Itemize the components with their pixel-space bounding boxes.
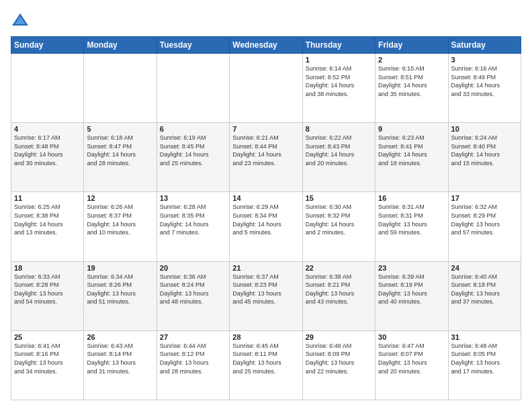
day-cell: 21Sunrise: 6:37 AM Sunset: 8:23 PM Dayli… (230, 261, 302, 330)
weekday-row: SundayMondayTuesdayWednesdayThursdayFrid… (11, 37, 521, 54)
day-info: Sunrise: 6:25 AM Sunset: 8:38 PM Dayligh… (14, 203, 81, 236)
day-number: 5 (87, 125, 153, 133)
day-info: Sunrise: 6:41 AM Sunset: 8:16 PM Dayligh… (14, 342, 81, 375)
day-number: 21 (232, 264, 299, 272)
day-cell (11, 54, 84, 123)
day-info: Sunrise: 6:15 AM Sunset: 8:51 PM Dayligh… (378, 64, 445, 98)
day-info: Sunrise: 6:21 AM Sunset: 8:44 PM Dayligh… (232, 134, 299, 167)
day-number: 4 (14, 125, 81, 133)
day-number: 24 (451, 264, 518, 272)
week-row-5: 25Sunrise: 6:41 AM Sunset: 8:16 PM Dayli… (11, 330, 521, 400)
day-info: Sunrise: 6:30 AM Sunset: 8:32 PM Dayligh… (306, 203, 372, 236)
day-cell: 27Sunrise: 6:44 AM Sunset: 8:12 PM Dayli… (157, 330, 229, 400)
calendar-header: SundayMondayTuesdayWednesdayThursdayFrid… (11, 37, 521, 54)
day-info: Sunrise: 6:14 AM Sunset: 8:52 PM Dayligh… (306, 64, 372, 98)
day-info: Sunrise: 6:26 AM Sunset: 8:37 PM Dayligh… (87, 203, 153, 236)
day-info: Sunrise: 6:17 AM Sunset: 8:48 PM Dayligh… (14, 134, 81, 167)
day-cell: 12Sunrise: 6:26 AM Sunset: 8:37 PM Dayli… (84, 192, 157, 261)
day-number: 22 (306, 264, 372, 272)
day-info: Sunrise: 6:47 AM Sunset: 8:07 PM Dayligh… (378, 342, 445, 375)
day-number: 17 (451, 194, 518, 202)
day-info: Sunrise: 6:36 AM Sunset: 8:24 PM Dayligh… (160, 273, 226, 306)
day-cell: 11Sunrise: 6:25 AM Sunset: 8:38 PM Dayli… (11, 192, 84, 261)
day-cell: 6Sunrise: 6:19 AM Sunset: 8:45 PM Daylig… (157, 123, 229, 192)
weekday-header-tuesday: Tuesday (157, 37, 229, 54)
calendar-table: SundayMondayTuesdayWednesdayThursdayFrid… (11, 36, 521, 400)
day-cell: 3Sunrise: 6:16 AM Sunset: 8:49 PM Daylig… (448, 54, 521, 123)
day-cell: 28Sunrise: 6:45 AM Sunset: 8:11 PM Dayli… (230, 330, 302, 400)
day-cell: 17Sunrise: 6:32 AM Sunset: 8:29 PM Dayli… (448, 192, 521, 261)
logo-icon (11, 11, 30, 30)
day-number: 29 (306, 333, 372, 341)
day-cell: 22Sunrise: 6:38 AM Sunset: 8:21 PM Dayli… (302, 261, 375, 330)
day-info: Sunrise: 6:29 AM Sunset: 8:34 PM Dayligh… (232, 203, 299, 236)
day-number: 11 (14, 194, 81, 202)
day-info: Sunrise: 6:44 AM Sunset: 8:12 PM Dayligh… (160, 342, 226, 375)
week-row-3: 11Sunrise: 6:25 AM Sunset: 8:38 PM Dayli… (11, 192, 521, 261)
day-cell (157, 54, 229, 123)
day-info: Sunrise: 6:43 AM Sunset: 8:14 PM Dayligh… (87, 342, 153, 375)
day-cell: 31Sunrise: 6:48 AM Sunset: 8:05 PM Dayli… (448, 330, 521, 400)
week-row-2: 4Sunrise: 6:17 AM Sunset: 8:48 PM Daylig… (11, 123, 521, 192)
day-cell: 13Sunrise: 6:28 AM Sunset: 8:35 PM Dayli… (157, 192, 229, 261)
day-cell: 14Sunrise: 6:29 AM Sunset: 8:34 PM Dayli… (230, 192, 302, 261)
day-info: Sunrise: 6:39 AM Sunset: 8:19 PM Dayligh… (378, 273, 445, 306)
weekday-header-monday: Monday (84, 37, 157, 54)
weekday-header-wednesday: Wednesday (230, 37, 302, 54)
day-cell: 4Sunrise: 6:17 AM Sunset: 8:48 PM Daylig… (11, 123, 84, 192)
day-info: Sunrise: 6:28 AM Sunset: 8:35 PM Dayligh… (160, 203, 226, 236)
day-number: 18 (14, 264, 81, 272)
day-cell: 8Sunrise: 6:22 AM Sunset: 8:43 PM Daylig… (302, 123, 375, 192)
logo (11, 11, 32, 30)
day-info: Sunrise: 6:22 AM Sunset: 8:43 PM Dayligh… (306, 134, 372, 167)
day-cell: 9Sunrise: 6:23 AM Sunset: 8:41 PM Daylig… (375, 123, 448, 192)
day-number: 1 (306, 56, 372, 64)
day-number: 27 (160, 333, 226, 341)
day-info: Sunrise: 6:38 AM Sunset: 8:21 PM Dayligh… (306, 273, 372, 306)
calendar-body: 1Sunrise: 6:14 AM Sunset: 8:52 PM Daylig… (11, 54, 521, 400)
day-number: 28 (232, 333, 299, 341)
day-number: 9 (378, 125, 445, 133)
day-info: Sunrise: 6:16 AM Sunset: 8:49 PM Dayligh… (451, 64, 518, 98)
day-cell: 2Sunrise: 6:15 AM Sunset: 8:51 PM Daylig… (375, 54, 448, 123)
day-cell: 7Sunrise: 6:21 AM Sunset: 8:44 PM Daylig… (230, 123, 302, 192)
day-number: 6 (160, 125, 226, 133)
day-cell: 20Sunrise: 6:36 AM Sunset: 8:24 PM Dayli… (157, 261, 229, 330)
day-number: 25 (14, 333, 81, 341)
day-cell (230, 54, 302, 123)
day-cell: 10Sunrise: 6:24 AM Sunset: 8:40 PM Dayli… (448, 123, 521, 192)
day-number: 16 (378, 194, 445, 202)
day-info: Sunrise: 6:31 AM Sunset: 8:31 PM Dayligh… (378, 203, 445, 236)
day-number: 10 (451, 125, 518, 133)
day-info: Sunrise: 6:23 AM Sunset: 8:41 PM Dayligh… (378, 134, 445, 167)
day-cell: 15Sunrise: 6:30 AM Sunset: 8:32 PM Dayli… (302, 192, 375, 261)
day-info: Sunrise: 6:34 AM Sunset: 8:26 PM Dayligh… (87, 273, 153, 306)
header (11, 11, 521, 30)
day-info: Sunrise: 6:40 AM Sunset: 8:18 PM Dayligh… (451, 273, 518, 306)
day-cell: 18Sunrise: 6:33 AM Sunset: 8:28 PM Dayli… (11, 261, 84, 330)
day-number: 12 (87, 194, 153, 202)
day-cell: 1Sunrise: 6:14 AM Sunset: 8:52 PM Daylig… (302, 54, 375, 123)
day-number: 7 (232, 125, 299, 133)
day-cell: 26Sunrise: 6:43 AM Sunset: 8:14 PM Dayli… (84, 330, 157, 400)
day-cell: 24Sunrise: 6:40 AM Sunset: 8:18 PM Dayli… (448, 261, 521, 330)
day-info: Sunrise: 6:48 AM Sunset: 8:05 PM Dayligh… (451, 342, 518, 375)
day-cell (84, 54, 157, 123)
page: SundayMondayTuesdayWednesdayThursdayFrid… (0, 0, 532, 411)
week-row-4: 18Sunrise: 6:33 AM Sunset: 8:28 PM Dayli… (11, 261, 521, 330)
day-info: Sunrise: 6:45 AM Sunset: 8:11 PM Dayligh… (232, 342, 299, 375)
day-cell: 29Sunrise: 6:46 AM Sunset: 8:09 PM Dayli… (302, 330, 375, 400)
week-row-1: 1Sunrise: 6:14 AM Sunset: 8:52 PM Daylig… (11, 54, 521, 123)
day-info: Sunrise: 6:32 AM Sunset: 8:29 PM Dayligh… (451, 203, 518, 236)
day-info: Sunrise: 6:18 AM Sunset: 8:47 PM Dayligh… (87, 134, 153, 167)
day-cell: 19Sunrise: 6:34 AM Sunset: 8:26 PM Dayli… (84, 261, 157, 330)
day-cell: 30Sunrise: 6:47 AM Sunset: 8:07 PM Dayli… (375, 330, 448, 400)
day-info: Sunrise: 6:33 AM Sunset: 8:28 PM Dayligh… (14, 273, 81, 306)
day-number: 13 (160, 194, 226, 202)
day-number: 19 (87, 264, 153, 272)
day-number: 26 (87, 333, 153, 341)
weekday-header-saturday: Saturday (448, 37, 521, 54)
day-number: 31 (451, 333, 518, 341)
day-number: 2 (378, 56, 445, 64)
day-number: 3 (451, 56, 518, 64)
